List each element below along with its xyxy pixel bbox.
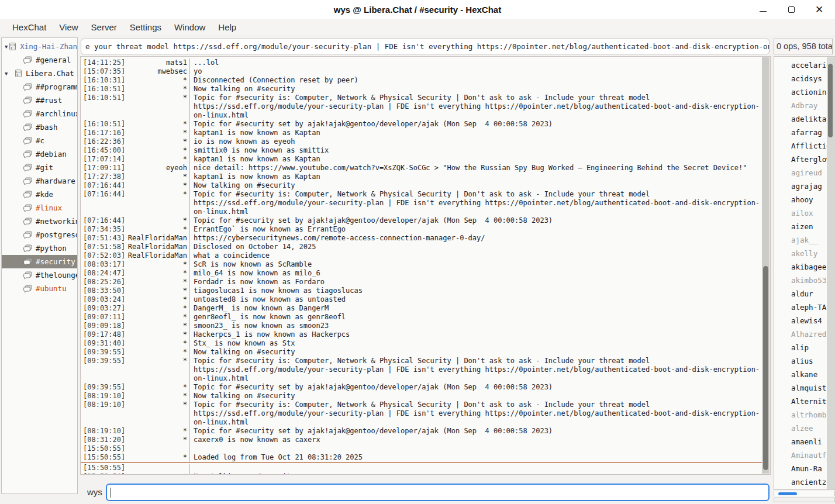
message-text: yo — [189, 67, 762, 76]
close-icon[interactable]: ✕ — [813, 3, 826, 16]
userlist-item-almquist[interactable]: almquist — [774, 381, 827, 395]
userlist-item-altrhombu[interactable]: altrhombu — [774, 408, 827, 422]
userlist-item-agireud[interactable]: agireud — [774, 166, 827, 179]
message-text: Now talking on #security — [189, 85, 762, 94]
tree-channel--c[interactable]: #c — [2, 134, 77, 147]
userlist-item-alzee[interactable]: alzee — [774, 422, 827, 435]
tree-channel--hardware[interactable]: #hardware — [2, 174, 77, 188]
userlist-hscrollbar-thumb[interactable] — [778, 492, 797, 495]
tree-channel--postgresql[interactable]: #postgresql — [2, 228, 77, 241]
userlist-item-aleph-ta[interactable]: aleph-TA — [774, 301, 827, 314]
tree-channel--kde[interactable]: #kde — [2, 188, 77, 201]
timestamp: [16:10:51] — [81, 94, 127, 102]
message-nick: RealFloridaMan — [127, 234, 187, 243]
userlist-item-affliction[interactable]: Affliction — [774, 139, 827, 153]
menu-item-server[interactable]: Server — [85, 19, 123, 36]
tree-channel--programming[interactable]: ##programming — [2, 80, 77, 94]
userlist-item-akimbo533[interactable]: akimbo533 — [774, 274, 827, 287]
tree-channel--bash[interactable]: #bash — [2, 120, 77, 134]
userlist-item-amaenli[interactable]: amaenli — [774, 435, 827, 448]
userlist-item-aizen[interactable]: aizen — [774, 220, 827, 233]
userlist-item-afterglow[interactable]: Afterglow — [774, 153, 827, 166]
channel-icon — [23, 150, 33, 158]
timestamp: [14:11:25] — [81, 58, 127, 67]
tree-channel--thelounge[interactable]: #thelounge — [2, 268, 77, 282]
tree-channel--linux[interactable]: #linux — [2, 201, 77, 215]
channel-icon — [23, 204, 33, 212]
message-text: Fordadr is now known as Fordaro — [189, 278, 762, 286]
maximize-icon[interactable] — [785, 3, 798, 16]
userlist-item-adbray[interactable]: Adbray — [774, 99, 827, 112]
menu-item-hexchat[interactable]: HexChat — [6, 19, 53, 36]
userlist-item-alhazred[interactable]: Alhazred — [774, 327, 827, 341]
message-text: caxerx0 is now known as caxerx — [189, 436, 762, 444]
userlist-item-ancientz[interactable]: ancientz — [774, 475, 827, 489]
timestamp: [09:39:55] — [81, 383, 127, 392]
tree-channel--git[interactable]: #git — [2, 161, 77, 174]
tree-channel--general[interactable]: #general — [2, 53, 77, 67]
menu-item-settings[interactable]: Settings — [123, 19, 168, 36]
timestamp: [08:19:10] — [81, 427, 127, 436]
userlist-item-ajak__[interactable]: ajak__ — [774, 233, 827, 247]
message-text: milo_64 is now known as milo_6 — [189, 269, 762, 278]
tree-channel--ubuntu[interactable]: #ubuntu — [2, 282, 77, 295]
tree-network-xing-hai-zhan[interactable]: ▼Xing-Hai-Zhan — [2, 40, 77, 53]
tree-channel--rust[interactable]: ##rust — [2, 94, 77, 107]
userlist-scrollbar-thumb[interactable] — [828, 64, 833, 137]
chat-scrollbar[interactable] — [762, 57, 770, 474]
chat-message: [15:07:35]mwebsecyo — [81, 67, 762, 76]
userlist-item-accelario[interactable]: accelario — [774, 58, 827, 72]
userlist-item-afarrag[interactable]: afarrag — [774, 126, 827, 139]
timestamp: [08:19:10] — [81, 401, 127, 409]
topic-input[interactable]: e your threat model https://ssd.eff.org/… — [81, 39, 770, 54]
userlist-item-alius[interactable]: alius — [774, 354, 827, 368]
own-nick-label: wys — [87, 487, 102, 497]
channel-icon — [23, 56, 33, 64]
tree-channel--archlinux[interactable]: #archlinux — [2, 107, 77, 120]
userlist-item-akelly[interactable]: akelly — [774, 247, 827, 260]
timestamp: [08:24:47] — [81, 269, 127, 278]
minimize-icon[interactable] — [757, 3, 770, 16]
chat-message: [09:31:40]*Stx_ is now known as Stx — [81, 339, 762, 348]
chat-message: [15:50:54]*Now talking on #security — [81, 472, 762, 474]
expander-icon[interactable]: ▼ — [5, 71, 14, 77]
userlist-item-amun-ra[interactable]: Amun-Ra — [774, 462, 827, 475]
userlist-item-aldur[interactable]: aldur — [774, 287, 827, 301]
userlist-item-adeliktas[interactable]: adeliktas — [774, 112, 827, 126]
timestamp: [15:50:55] — [81, 453, 127, 462]
message-nick: * — [127, 216, 187, 225]
timestamp: [07:52:03] — [81, 251, 127, 260]
message-text: Now talking on #security — [189, 392, 762, 401]
tree-item-label: #kde — [36, 190, 53, 199]
message-nick: mats1 — [127, 58, 187, 67]
userlist-item-akibageek[interactable]: akibageek — [774, 260, 827, 274]
message-nick: * — [127, 322, 187, 330]
menu-item-window[interactable]: Window — [168, 19, 212, 36]
chat-message: [07:34:35]*ErrantEgo` is now known as Er… — [81, 225, 762, 234]
userlist-item-alternity[interactable]: Alternity — [774, 395, 827, 408]
userlist-item-alewis4[interactable]: alewis4 — [774, 314, 827, 327]
menu-item-help[interactable]: Help — [212, 19, 243, 36]
timestamp: [07:16:44] — [81, 216, 127, 225]
userlist-item-ahooy[interactable]: ahooy — [774, 193, 827, 206]
tree-channel--debian[interactable]: #debian — [2, 147, 77, 161]
tree-network-libera-chat[interactable]: ▼Libera.Chat — [2, 67, 77, 80]
tree-channel--security[interactable]: #security — [2, 255, 77, 268]
userlist-item-alip[interactable]: alip — [774, 341, 827, 354]
userlist-item-alkane[interactable]: alkane — [774, 368, 827, 381]
tree-channel--python[interactable]: #python — [2, 241, 77, 255]
userlist-item-ailox[interactable]: ailox — [774, 206, 827, 220]
userlist-hscrollbar[interactable] — [774, 491, 835, 496]
message-input[interactable] — [106, 484, 770, 501]
menu-item-view[interactable]: View — [53, 19, 84, 36]
timestamp: [16:45:00] — [81, 146, 127, 155]
message-nick: * — [127, 295, 187, 304]
tree-channel--networking[interactable]: #networking — [2, 215, 77, 228]
tree-item-label: #networking — [36, 217, 77, 226]
userlist-item-agrajag[interactable]: agrajag — [774, 179, 827, 193]
userlist-item-acidsys[interactable]: acidsys — [774, 72, 827, 85]
userlist-item-actioninj[interactable]: actioninj — [774, 85, 827, 99]
userlist-scrollbar[interactable] — [827, 57, 834, 489]
userlist-item-aminautf_[interactable]: Aminautf_ — [774, 448, 827, 462]
chat-scrollbar-thumb[interactable] — [763, 266, 768, 470]
